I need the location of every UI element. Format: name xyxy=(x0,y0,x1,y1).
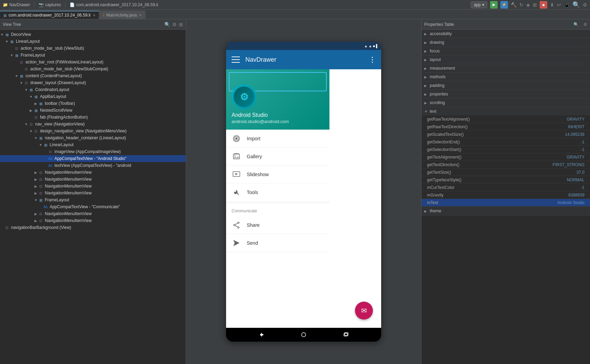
sync-icon[interactable]: ↻ xyxy=(519,2,523,8)
tree-item[interactable]: ⊡action_bar_root (FitWindowsLinearLayout… xyxy=(0,59,186,65)
tab-main-activity-close[interactable]: ✕ xyxy=(139,13,142,17)
menu-item-tools[interactable]: Tools xyxy=(226,183,329,201)
device-manager-icon[interactable]: 📱 xyxy=(564,2,570,8)
captures-label: captures xyxy=(45,2,61,7)
prop-section-header[interactable]: ▶padding xyxy=(421,81,590,90)
menu-item-slideshow[interactable]: Slideshow xyxy=(226,165,329,183)
prop-row[interactable]: getScaledTextSize()14.095238 xyxy=(421,131,590,138)
tree-item[interactable]: ⊡action_mode_bar_stub (ViewStub) xyxy=(0,45,186,52)
tree-item[interactable]: ▼▦FrameLayout xyxy=(0,52,186,59)
tree-node-label: toolbar (Toolbar) xyxy=(45,101,75,106)
tree-item[interactable]: ▶▦NestedScrollView xyxy=(0,107,186,114)
communicate-section-header: Communicate xyxy=(226,204,329,216)
run-button[interactable]: ▶ xyxy=(490,1,498,9)
search-props-icon[interactable]: 🔍 xyxy=(573,22,579,27)
home-button[interactable] xyxy=(300,331,307,338)
prop-row[interactable]: getRawTextAlignment()GRAVITY xyxy=(421,115,590,123)
tree-node-label: NestedScrollView xyxy=(40,108,72,113)
recents-button[interactable] xyxy=(343,331,349,338)
prop-row[interactable]: getTextSize()37.0 xyxy=(421,169,590,176)
settings-props-icon[interactable]: ⚙ xyxy=(583,22,587,27)
tab-layout-file[interactable]: ▦ com.android.navdrawer_2017.10.24_06.59… xyxy=(0,11,99,19)
revert-icon[interactable]: ↩ xyxy=(557,2,561,8)
prop-section-header[interactable]: ▶measurement xyxy=(421,64,590,72)
prop-section-header[interactable]: ▶methods xyxy=(421,73,590,81)
prop-section-header[interactable]: ▶scrolling xyxy=(421,99,590,107)
tree-node-icon: ⊡ xyxy=(4,225,10,230)
tree-item[interactable]: ▶⊡NavigationMenuItemView xyxy=(0,176,186,183)
prop-section: ▶measurement xyxy=(421,64,590,73)
toolbar-more-icon[interactable]: ⋮ xyxy=(369,55,376,64)
settings-icon-top[interactable]: ⚙ xyxy=(583,2,587,8)
tree-node-label: content (ContentFrameLayout) xyxy=(26,73,82,78)
tree-item[interactable]: ▼▦navigation_header_container (LinearLay… xyxy=(0,134,186,141)
build-icon[interactable]: 🔨 xyxy=(511,2,517,8)
tree-item[interactable]: ⊡fab (FloatingActionButton) xyxy=(0,114,186,121)
fab-button[interactable]: ✉ xyxy=(355,302,373,320)
file-item[interactable]: 📄 com.android.navdrawer_2017.10.24_06.59… xyxy=(70,2,158,7)
tree-item[interactable]: ▶⊡NavigationMenuItemView xyxy=(0,169,186,176)
tree-item[interactable]: ▶⊡NavigationMenuItemView xyxy=(0,183,186,190)
menu-item-gallery[interactable]: Gallery xyxy=(226,148,329,165)
prop-section: ▶properties xyxy=(421,90,590,99)
app-selector[interactable]: app ▾ xyxy=(471,1,487,8)
tree-node-icon: ⊡ xyxy=(38,170,43,175)
stop-button[interactable]: ■ xyxy=(540,1,547,9)
tree-item[interactable]: ▶⊡NavigationMenuItemView xyxy=(0,190,186,196)
captures-item[interactable]: 📷 captures xyxy=(39,2,61,7)
profile-icon[interactable]: ◈ xyxy=(526,2,530,8)
prop-section-header[interactable]: ▶properties xyxy=(421,90,590,98)
prop-section-header[interactable]: ▶accessibility xyxy=(421,30,590,38)
tab-layout-close[interactable]: ✕ xyxy=(93,13,95,17)
tab-main-activity[interactable]: J MainActivity.java ✕ xyxy=(99,11,145,19)
menu-item-share[interactable]: Share xyxy=(226,216,329,234)
search-icon[interactable]: 🔍 xyxy=(164,22,170,27)
tree-item[interactable]: ⊡action_mode_bar_stub (ViewStubCompat) xyxy=(0,65,186,72)
prop-section-header[interactable]: ▶drawing xyxy=(421,38,590,47)
prop-section-header[interactable]: ▼text xyxy=(421,107,590,115)
hamburger-icon[interactable] xyxy=(232,57,240,63)
tree-node-icon: ⊡ xyxy=(38,176,43,182)
tree-item[interactable]: ▶⊡NavigationMenuItemView xyxy=(0,217,186,224)
prop-section-header[interactable]: ▶layout xyxy=(421,55,590,64)
back-button[interactable] xyxy=(258,331,265,338)
tree-item[interactable]: ⊡navigationBarBackground (View) xyxy=(0,224,186,231)
debug-button[interactable]: ⚡ xyxy=(500,1,508,9)
prop-row[interactable]: getTypefaceStyle()NORMAL xyxy=(421,176,590,184)
tree-item[interactable]: ▶▦toolbar (Toolbar) xyxy=(0,100,186,107)
tree-item[interactable]: ▼⊡design_navigation_view (NavigationMenu… xyxy=(0,128,186,134)
menu-item-send[interactable]: Send xyxy=(226,234,329,252)
prop-section-arrow: ▶ xyxy=(424,209,428,213)
tree-item[interactable]: ▼⊡nav_view (NavigationView) xyxy=(0,121,186,128)
tree-item[interactable]: ▼▦LinearLayout xyxy=(0,38,186,45)
tree-item[interactable]: AbAppCompatTextView - "Communicate" xyxy=(0,203,186,210)
prop-row[interactable]: getRawTextDirection()INHERIT xyxy=(421,123,590,131)
expand-icon[interactable]: ⊞ xyxy=(179,22,183,27)
tree-item[interactable]: ▼▦DecorView xyxy=(0,31,186,38)
attach-icon[interactable]: ⬇ xyxy=(550,2,554,8)
tree-item[interactable]: ▼▦CoordinatorLayout xyxy=(0,86,186,93)
tree-item[interactable]: ▼▦FrameLayout xyxy=(0,196,186,203)
prop-row[interactable]: getSelectionEnd()-1 xyxy=(421,138,590,146)
menu-item-import[interactable]: Import xyxy=(226,130,329,148)
coverage-icon[interactable]: ⊞ xyxy=(533,2,537,8)
prop-row[interactable]: mCurTextColor-1 xyxy=(421,184,590,191)
tree-item[interactable]: ▼▦AppBarLayout xyxy=(0,93,186,100)
prop-section-header[interactable]: ▶theme xyxy=(421,207,590,215)
tree-item[interactable]: ▶⊡NavigationMenuItemView xyxy=(0,210,186,217)
tree-item[interactable]: ▼⊡drawer_layout (DrawerLayout) xyxy=(0,79,186,86)
tree-item[interactable]: AbtextView (AppCompatTextView) - "androi… xyxy=(0,162,186,169)
nav-drawer-item[interactable]: 📁 NavDrawer xyxy=(3,2,30,7)
tree-item[interactable]: ▼▦LinearLayout xyxy=(0,141,186,148)
prop-section-header[interactable]: ▶focus xyxy=(421,47,590,55)
settings-icon[interactable]: ⚙ xyxy=(172,22,177,27)
tree-item[interactable]: ▼▦content (ContentFrameLayout) xyxy=(0,72,186,79)
prop-row[interactable]: mGravity8388659 xyxy=(421,191,590,199)
prop-row[interactable]: getTextAlignment()GRAVITY xyxy=(421,153,590,161)
search-icon-top[interactable]: 🔍 xyxy=(572,1,580,9)
prop-row[interactable]: mTextAndroid Studio xyxy=(421,199,590,206)
prop-row[interactable]: getTextDirection()FIRST_STRONG xyxy=(421,161,590,169)
tree-item[interactable]: ⊡imageView (AppCompatImageView) xyxy=(0,148,186,155)
prop-row[interactable]: getSelectionStart()-1 xyxy=(421,146,590,153)
tree-item[interactable]: AbAppCompatTextView - "Android Studio" xyxy=(0,155,186,162)
